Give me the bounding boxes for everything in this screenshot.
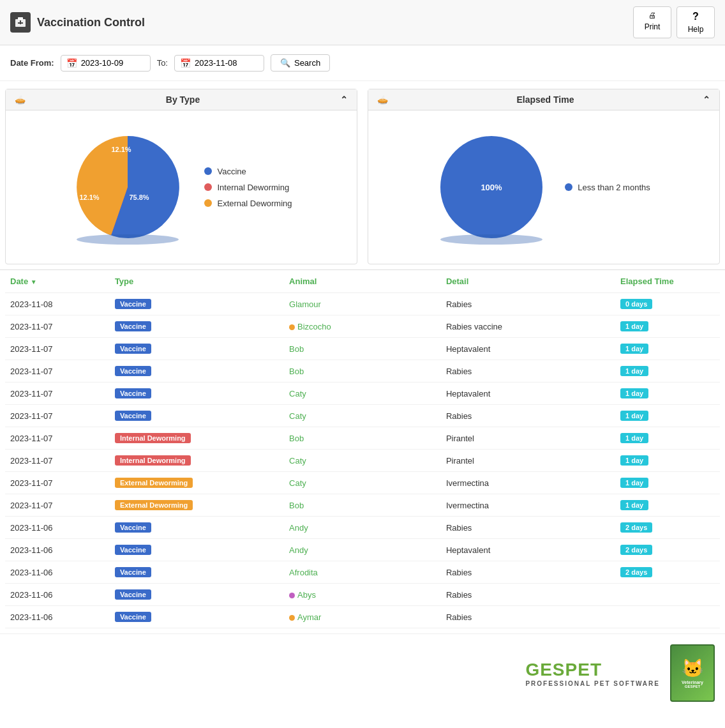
by-type-pie-chart: 75.8% 12.1% 12.1%: [70, 130, 185, 245]
cell-detail: Rabies vaccine: [441, 315, 615, 338]
gespet-sub-suffix: PET SOFTWARE: [594, 680, 660, 687]
cell-detail: Rabies: [441, 561, 615, 584]
less-2months-dot: [565, 183, 572, 191]
animal-link[interactable]: Abys: [297, 590, 316, 600]
type-badge: External Deworming: [115, 478, 193, 488]
by-type-collapse-icon[interactable]: ⌃: [340, 95, 348, 105]
elapsed-badge: 1 day: [620, 366, 648, 376]
cell-animal: Caty: [284, 450, 441, 472]
col-detail: Detail: [441, 270, 615, 293]
cell-animal: Andy: [284, 539, 441, 561]
elapsed-badge: 2 days: [620, 567, 652, 577]
elapsed-pie-wrap: 100% Less than 2 months: [437, 130, 650, 245]
help-button[interactable]: ? Help: [676, 6, 715, 38]
svg-text:100%: 100%: [481, 183, 503, 192]
print-button[interactable]: 🖨 Print: [633, 6, 671, 38]
type-badge: Vaccine: [115, 321, 151, 331]
cell-animal: Glamour: [284, 293, 441, 315]
cell-type: External Deworming: [110, 494, 284, 517]
elapsed-legend: Less than 2 months: [565, 183, 650, 192]
cell-date: 2023-11-07: [5, 405, 110, 427]
by-type-title: By Type: [166, 95, 200, 105]
cell-type: Vaccine: [110, 383, 284, 405]
cell-type: Internal Deworming: [110, 450, 284, 472]
elapsed-time-header: 🥧 Elapsed Time ⌃: [368, 89, 719, 110]
cell-animal: Caty: [284, 472, 441, 494]
animal-link[interactable]: Andy: [289, 523, 308, 533]
search-label: Search: [294, 58, 320, 68]
cell-elapsed: 1 day: [615, 360, 720, 383]
internal-dot: [204, 183, 212, 191]
animal-link[interactable]: Bob: [289, 367, 304, 376]
table-row: 2023-11-07 Internal Deworming Bob Pirant…: [5, 427, 720, 450]
elapsed-time-collapse-icon[interactable]: ⌃: [703, 95, 710, 105]
animal-link[interactable]: Caty: [289, 411, 306, 421]
cell-detail: Heptavalent: [441, 338, 615, 360]
software-box-sub: GESPET: [685, 685, 700, 688]
calendar-from-icon: 📅: [66, 58, 77, 68]
table-row: 2023-11-08 Vaccine Glamour Rabies 0 days: [5, 293, 720, 315]
cell-detail: Rabies: [441, 584, 615, 606]
cell-detail: Heptavalent: [441, 383, 615, 405]
col-elapsed: Elapsed Time: [615, 270, 720, 293]
table-row: 2023-11-07 Vaccine Caty Heptavalent 1 da…: [5, 383, 720, 405]
cell-date: 2023-11-07: [5, 472, 110, 494]
search-button[interactable]: 🔍 Search: [271, 54, 330, 72]
type-badge: Vaccine: [115, 589, 151, 600]
header-actions: 🖨 Print ? Help: [633, 6, 715, 38]
cell-type: Vaccine: [110, 561, 284, 584]
gespet-sub: PROFESSIONAL PET SOFTWARE: [525, 680, 660, 687]
by-type-header: 🥧 By Type ⌃: [6, 89, 357, 110]
cell-elapsed: 1 day: [615, 472, 720, 494]
animal-link[interactable]: Andy: [289, 545, 308, 555]
type-badge: Vaccine: [115, 612, 151, 622]
animal-link[interactable]: Glamour: [289, 300, 321, 309]
type-badge: Internal Deworming: [115, 455, 191, 466]
legend-less-2months: Less than 2 months: [565, 183, 650, 192]
type-badge: Vaccine: [115, 567, 151, 577]
cell-animal: Bob: [284, 360, 441, 383]
elapsed-badge: 0 days: [620, 299, 652, 309]
type-badge: External Deworming: [115, 500, 193, 510]
charts-section: 🥧 By Type ⌃: [0, 89, 725, 270]
table-row: 2023-11-07 External Deworming Bob Iverme…: [5, 494, 720, 517]
animal-link[interactable]: Caty: [289, 478, 306, 488]
software-box: Veterinary GESPET: [670, 644, 715, 702]
animal-link[interactable]: Bob: [289, 434, 304, 443]
elapsed-pie-chart: 100%: [437, 130, 546, 245]
type-badge: Vaccine: [115, 299, 151, 309]
type-badge: Vaccine: [115, 344, 151, 354]
animal-link[interactable]: Aymar: [297, 612, 321, 622]
date-from-input[interactable]: [81, 58, 145, 68]
col-date[interactable]: Date ▼: [5, 270, 110, 293]
date-to-input[interactable]: [195, 58, 258, 68]
cell-elapsed: [615, 606, 720, 628]
cell-animal: Caty: [284, 383, 441, 405]
cell-detail: Heptavalent: [441, 539, 615, 561]
gespet-brand: GESPET: [525, 660, 602, 680]
to-label: To:: [157, 58, 168, 68]
software-box-label: Veterinary: [682, 680, 703, 685]
calendar-to-icon: 📅: [180, 58, 191, 68]
vaccine-dot: [204, 167, 212, 175]
animal-link[interactable]: Bob: [289, 501, 304, 510]
cell-date: 2023-11-07: [5, 315, 110, 338]
animal-link[interactable]: Afrodita: [289, 568, 318, 577]
elapsed-badge: 1 day: [620, 433, 648, 443]
help-label: Help: [688, 25, 704, 34]
date-to-input-wrap: 📅: [174, 55, 264, 72]
cell-elapsed: 0 days: [615, 293, 720, 315]
table-row: 2023-11-07 Internal Deworming Caty Piran…: [5, 450, 720, 472]
cell-elapsed: [615, 584, 720, 606]
animal-link[interactable]: Caty: [289, 389, 306, 398]
cell-animal: Bizcocho: [284, 315, 441, 338]
animal-link[interactable]: Bob: [289, 344, 304, 354]
cell-date: 2023-11-07: [5, 427, 110, 450]
animal-link[interactable]: Caty: [289, 456, 306, 466]
cell-detail: Rabies: [441, 606, 615, 628]
cell-date: 2023-11-07: [5, 494, 110, 517]
cell-animal: Bob: [284, 494, 441, 517]
cell-type: Internal Deworming: [110, 427, 284, 450]
animal-link[interactable]: Bizcocho: [297, 322, 331, 331]
type-badge: Vaccine: [115, 366, 151, 376]
